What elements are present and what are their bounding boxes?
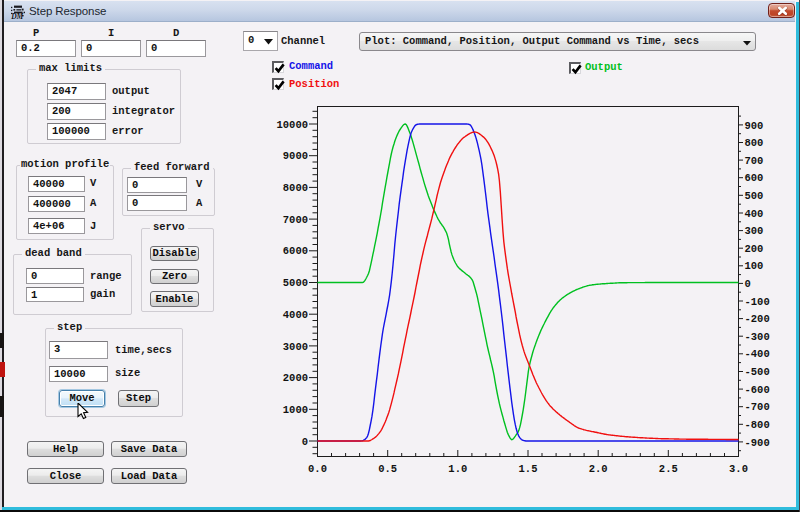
svg-text:400: 400 — [745, 208, 764, 220]
svg-text:2.5: 2.5 — [659, 463, 678, 475]
svg-text:-300: -300 — [745, 331, 770, 343]
svg-text:300: 300 — [745, 225, 764, 237]
svg-text:1000: 1000 — [283, 404, 308, 416]
svg-text:-200: -200 — [745, 313, 770, 325]
svg-text:0.5: 0.5 — [378, 463, 397, 475]
svg-text:-400: -400 — [745, 348, 770, 360]
svg-text:600: 600 — [745, 172, 764, 184]
svg-text:10000: 10000 — [276, 119, 308, 131]
svg-text:0: 0 — [302, 436, 308, 448]
svg-text:700: 700 — [745, 155, 764, 167]
svg-text:900: 900 — [745, 120, 764, 132]
svg-text:100: 100 — [745, 260, 764, 272]
svg-text:4000: 4000 — [283, 309, 308, 321]
svg-text:2000: 2000 — [283, 372, 308, 384]
svg-text:8000: 8000 — [283, 182, 308, 194]
svg-text:800: 800 — [745, 137, 764, 149]
svg-text:5000: 5000 — [283, 277, 308, 289]
svg-text:-500: -500 — [745, 366, 770, 378]
svg-text:2.0: 2.0 — [589, 463, 608, 475]
svg-text:1.5: 1.5 — [519, 463, 538, 475]
svg-text:7000: 7000 — [283, 214, 308, 226]
svg-text:-600: -600 — [745, 384, 770, 396]
svg-text:-800: -800 — [745, 419, 770, 431]
svg-text:500: 500 — [745, 190, 764, 202]
svg-text:0.0: 0.0 — [308, 463, 327, 475]
svg-text:1.0: 1.0 — [448, 463, 467, 475]
svg-text:-700: -700 — [745, 401, 770, 413]
svg-text:3.0: 3.0 — [729, 463, 748, 475]
svg-text:200: 200 — [745, 243, 764, 255]
svg-text:0: 0 — [745, 278, 751, 290]
svg-text:-900: -900 — [745, 437, 770, 449]
svg-text:6000: 6000 — [283, 245, 308, 257]
svg-text:-100: -100 — [745, 296, 770, 308]
svg-text:9000: 9000 — [283, 150, 308, 162]
svg-text:3000: 3000 — [283, 341, 308, 353]
